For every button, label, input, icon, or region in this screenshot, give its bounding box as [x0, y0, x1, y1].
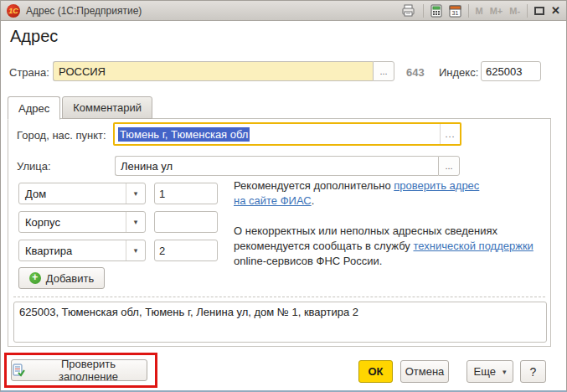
flat-type-dropdown[interactable]: Квартира ▾	[18, 240, 146, 261]
chevron-down-icon: ▾	[503, 368, 507, 376]
add-button-label: Добавить	[46, 272, 94, 285]
block-type-value: Корпус	[19, 216, 126, 229]
fias-site-link[interactable]: на сайте ФИАС	[234, 194, 312, 207]
house-number-input[interactable]	[154, 183, 218, 204]
fns-hint-line1: О некорректных или неполных адресных све…	[234, 224, 545, 239]
tab-bar: Адрес Комментарий	[8, 96, 154, 120]
country-code: 643	[406, 66, 425, 79]
cancel-button[interactable]: Отмена	[400, 360, 449, 383]
address-summary-box[interactable]: 625003, Тюменская обл, Тюмень г, Ленина …	[13, 302, 547, 343]
chevron-down-icon[interactable]: ▾	[126, 240, 145, 260]
block-type-dropdown[interactable]: Корпус ▾	[18, 211, 146, 233]
titlebar-separator	[527, 4, 528, 18]
calendar-icon[interactable]: 31	[449, 4, 461, 18]
city-field[interactable]: Тюмень г, Тюменская обл ...	[113, 122, 461, 146]
page-title: Адрес	[10, 27, 58, 46]
dashed-separator	[13, 297, 545, 297]
flat-type-value: Квартира	[19, 245, 126, 257]
more-button[interactable]: Еще ▾	[466, 360, 513, 383]
country-label: Страна:	[9, 66, 49, 79]
house-type-dropdown[interactable]: Дом ▾	[18, 183, 146, 204]
fias-hint-period: .	[312, 194, 315, 207]
flat-number-input[interactable]	[154, 240, 218, 261]
fns-hint-line2: рекомендуется сообщать в службу	[234, 240, 413, 252]
tab-address[interactable]: Адрес	[8, 96, 60, 120]
ok-button[interactable]: ОК	[358, 360, 393, 383]
country-choose-button[interactable]: ...	[373, 61, 394, 81]
index-label: Индекс:	[439, 66, 478, 79]
fias-hint: Рекомендуется дополнительно проверить ад…	[234, 178, 545, 209]
block-number-input[interactable]	[154, 211, 218, 233]
address-tab-panel: Город, нас. пункт: Тюмень г, Тюменская о…	[8, 118, 551, 347]
fns-hint: О некорректных или неполных адресных све…	[234, 224, 545, 269]
fias-hint-text: Рекомендуется дополнительно	[234, 179, 394, 192]
address-dialog-window: 1С Адрес (1С:Предприятие)	[0, 0, 567, 392]
city-choose-button[interactable]: ...	[440, 124, 460, 144]
titlebar-separator	[423, 4, 424, 18]
city-selected-text: Тюмень г, Тюменская обл	[118, 127, 250, 142]
close-icon[interactable]: ✕	[551, 5, 560, 16]
add-button[interactable]: + Добавить	[18, 267, 105, 289]
city-label: Город, нас. пункт:	[17, 129, 106, 142]
street-input[interactable]	[115, 156, 438, 176]
country-input[interactable]	[53, 61, 373, 81]
street-label: Улица:	[17, 160, 51, 173]
check-address-link[interactable]: проверить адрес	[394, 179, 479, 192]
chevron-down-icon[interactable]: ▾	[126, 183, 145, 204]
plus-icon: +	[29, 272, 41, 284]
street-field: ...	[115, 156, 460, 176]
memory-minus-button[interactable]: M-	[509, 6, 520, 16]
memory-recall-button[interactable]: M	[476, 6, 483, 16]
help-button[interactable]: ?	[520, 360, 546, 383]
check-fill-label: Проверить заполнение	[30, 358, 147, 383]
index-input[interactable]	[481, 61, 541, 81]
country-field: ...	[53, 61, 394, 81]
svg-text:31: 31	[451, 10, 458, 16]
fns-hint-line3: online-сервисов ФНС России.	[234, 254, 545, 269]
window-title: Адрес (1С:Предприятие)	[26, 5, 142, 17]
print-icon[interactable]	[401, 4, 416, 18]
titlebar-separator	[468, 4, 469, 18]
check-document-icon	[12, 364, 25, 377]
chevron-down-icon[interactable]: ▾	[126, 212, 145, 232]
street-choose-button[interactable]: ...	[438, 156, 460, 176]
city-input[interactable]: Тюмень г, Тюменская обл	[115, 124, 440, 144]
calculator-icon[interactable]	[430, 4, 442, 18]
1c-logo-icon: 1С	[7, 4, 20, 18]
check-fill-button[interactable]: Проверить заполнение	[11, 359, 147, 381]
titlebar: 1С Адрес (1С:Предприятие)	[1, 1, 566, 21]
tab-comment[interactable]: Комментарий	[62, 96, 152, 119]
more-button-label: Еще	[474, 365, 496, 378]
tech-support-link[interactable]: технической поддержки	[413, 240, 533, 252]
maximize-icon[interactable]	[534, 7, 544, 15]
memory-plus-button[interactable]: M+	[490, 6, 503, 16]
house-type-value: Дом	[19, 188, 126, 200]
